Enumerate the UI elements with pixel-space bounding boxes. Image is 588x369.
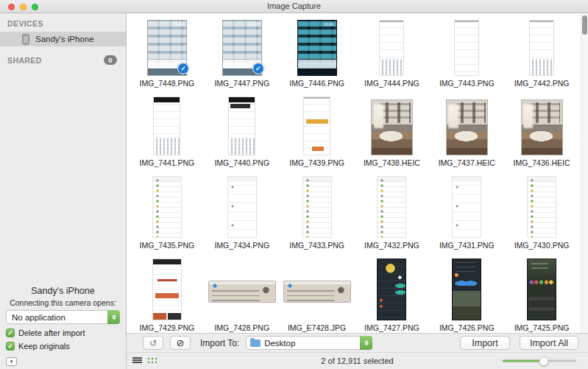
thumbnail-grid: 11:02 ✓ IMG_7448.PNG 11:02 ✓ IMG_7447.PN…: [130, 13, 579, 333]
thumbnail-filename: IMG_7447.PNG: [214, 78, 269, 88]
grid-item[interactable]: IMG_7432.PNG: [354, 168, 429, 250]
thumbnail-filename: IMG_7430.PNG: [514, 240, 570, 250]
application-select[interactable]: No application: [6, 310, 120, 324]
minimize-button[interactable]: [20, 4, 26, 10]
thumbnail-image[interactable]: [521, 99, 563, 155]
thumbnail-zoom-slider[interactable]: [503, 360, 576, 362]
import-button[interactable]: Import: [460, 336, 510, 350]
hide-device-settings-button[interactable]: ▼: [6, 357, 17, 366]
thumbnail-image[interactable]: [228, 96, 255, 155]
grid-item[interactable]: 11:01 IMG_7446.PNG: [280, 15, 355, 88]
thumbnail-filename: IMG_7431.PNG: [439, 240, 495, 250]
thumbnail-filename: IMG_7429.PNG: [140, 323, 195, 333]
thumb-time-text: 11:01: [324, 22, 334, 27]
thumbnail-image[interactable]: [227, 176, 257, 238]
grid-item[interactable]: IMG_7425.PNG: [504, 250, 579, 333]
grid-item[interactable]: 11:02 ✓ IMG_7447.PNG: [205, 15, 280, 88]
rotate-icon: ↺: [149, 338, 157, 348]
zoom-button[interactable]: [32, 4, 38, 10]
grid-item[interactable]: IMG_7434.PNG: [205, 168, 280, 250]
slider-thumb[interactable]: [539, 356, 549, 366]
thumbnail-grid-area: 11:02 ✓ IMG_7448.PNG 11:02 ✓ IMG_7447.PN…: [127, 13, 588, 333]
grid-item[interactable]: IMG_7438.HEIC: [354, 88, 429, 168]
thumbnail-image[interactable]: [303, 96, 330, 155]
destination-select[interactable]: Desktop: [246, 336, 372, 350]
grid-row-1: 11:02 ✓ IMG_7448.PNG 11:02 ✓ IMG_7447.PN…: [130, 15, 579, 88]
thumb-time-text: 11:02: [174, 22, 184, 27]
thumbnail-image[interactable]: [371, 99, 413, 155]
thumbnail-image[interactable]: [529, 20, 554, 76]
grid-item[interactable]: IMG_7437.HEIC: [429, 88, 504, 168]
thumbnail-filename: IMG_7443.PNG: [439, 78, 495, 88]
grid-item[interactable]: IMG_7436.HEIC: [504, 88, 579, 168]
vertical-scrollbar[interactable]: [581, 13, 588, 333]
thumbnail-filename: IMG_E7428.JPG: [288, 323, 346, 333]
devices-section-header: DEVICES: [7, 19, 126, 28]
thumbnail-filename: IMG_7428.PNG: [214, 323, 269, 333]
shared-section-header: SHARED: [7, 56, 42, 65]
thumbnail-image[interactable]: [152, 176, 182, 238]
thumbnail-image[interactable]: 11:01: [297, 20, 337, 76]
checkbox-checked-icon[interactable]: ✓: [6, 342, 15, 351]
thumbnail-image[interactable]: [379, 20, 404, 76]
thumbnail-filename: IMG_7442.PNG: [514, 78, 570, 88]
grid-item[interactable]: IMG_7431.PNG: [429, 168, 504, 250]
thumbnail-image[interactable]: [283, 281, 351, 303]
thumbnail-image[interactable]: [153, 96, 180, 155]
thumbnail-image[interactable]: [452, 176, 481, 238]
delete-after-import-row[interactable]: ✓ Delete after import: [6, 328, 120, 337]
grid-item[interactable]: IMG_7442.PNG: [504, 15, 579, 88]
thumbnail-filename: IMG_7446.PNG: [289, 78, 344, 88]
thumbnail-image[interactable]: [454, 20, 479, 76]
delete-button[interactable]: ⊘: [170, 336, 191, 350]
connect-opens-label: Connecting this camera opens:: [6, 298, 120, 307]
grid-item[interactable]: IMG_7439.PNG: [280, 88, 355, 168]
thumbnail-image[interactable]: 11:02 ✓: [147, 20, 187, 76]
shared-section-row[interactable]: SHARED 0: [7, 55, 117, 65]
grid-item[interactable]: IMG_7440.PNG: [205, 88, 280, 168]
grid-item[interactable]: IMG_7444.PNG: [354, 15, 429, 88]
grid-item[interactable]: IMG_7443.PNG: [429, 15, 504, 88]
thumbnail-image[interactable]: [208, 281, 276, 303]
thumbnail-image[interactable]: 11:02 ✓: [222, 20, 262, 76]
thumbnail-image[interactable]: [377, 176, 406, 238]
grid-item[interactable]: IMG_7441.PNG: [130, 88, 205, 168]
import-all-button[interactable]: Import All: [520, 336, 578, 350]
keep-originals-row[interactable]: ✓ Keep originals: [6, 342, 120, 351]
sidebar-item-sandys-iphone[interactable]: Sandy's iPhone: [0, 32, 126, 46]
grid-item[interactable]: IMG_E7428.JPG: [280, 250, 355, 333]
thumbnail-filename: IMG_7444.PNG: [364, 78, 419, 88]
folder-icon: [250, 340, 261, 347]
selected-checkmark-icon: ✓: [252, 63, 264, 74]
thumbnail-image[interactable]: [452, 259, 481, 320]
grid-item[interactable]: IMG_7426.PNG: [429, 250, 504, 333]
thumbnail-filename: IMG_7440.PNG: [214, 158, 269, 168]
thumbnail-image[interactable]: [152, 259, 182, 320]
grid-item[interactable]: IMG_7433.PNG: [280, 168, 355, 250]
close-button[interactable]: [8, 4, 15, 10]
thumbnail-image[interactable]: [302, 176, 332, 238]
device-settings-panel: Sandy's iPhone Connecting this camera op…: [0, 286, 126, 369]
grid-item[interactable]: 11:02 ✓ IMG_7448.PNG: [130, 15, 205, 88]
grid-item[interactable]: IMG_7435.PNG: [130, 168, 205, 250]
grid-item[interactable]: IMG_7430.PNG: [504, 168, 579, 250]
grid-item[interactable]: IMG_7428.PNG: [205, 250, 280, 333]
grid-item[interactable]: IMG_7429.PNG: [130, 250, 205, 333]
grid-row-2: IMG_7441.PNG IMG_7440.PNG IMG_7439.PNG I…: [130, 88, 579, 168]
window-title: Image Capture: [0, 0, 588, 13]
rotate-button[interactable]: ↺: [143, 336, 163, 350]
thumbnail-image[interactable]: [377, 259, 406, 320]
stepper-arrows-icon: [360, 336, 372, 350]
scrollbar-thumb[interactable]: [582, 15, 587, 35]
thumbnail-image[interactable]: [527, 259, 556, 320]
thumbnail-filename: IMG_7433.PNG: [289, 240, 344, 250]
thumbnail-image[interactable]: [527, 176, 556, 238]
list-view-icon[interactable]: [132, 357, 142, 365]
grid-view-icon[interactable]: [147, 357, 158, 365]
thumbnail-filename: IMG_7426.PNG: [439, 323, 495, 333]
thumbnail-image[interactable]: [446, 99, 488, 155]
thumbnail-filename: IMG_7425.PNG: [514, 323, 570, 333]
grid-item[interactable]: IMG_7427.PNG: [354, 250, 429, 333]
checkbox-checked-icon[interactable]: ✓: [6, 328, 15, 337]
image-capture-window: Image Capture DEVICES Sandy's iPhone SHA…: [0, 0, 588, 369]
